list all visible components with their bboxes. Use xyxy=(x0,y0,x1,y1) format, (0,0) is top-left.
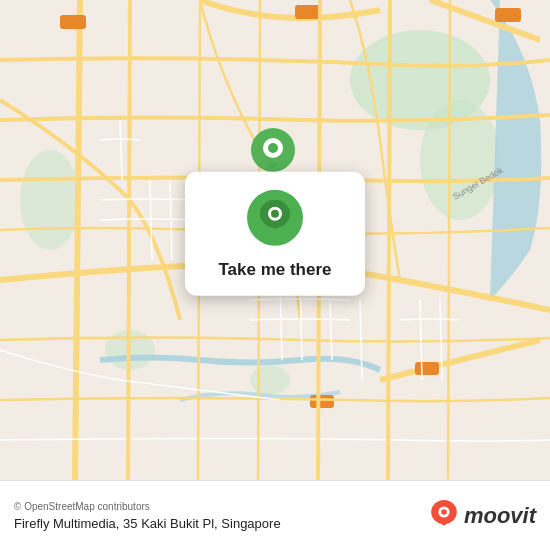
svg-point-29 xyxy=(441,509,447,515)
map-pin-icon xyxy=(260,200,290,236)
location-card: Take me there xyxy=(185,172,365,296)
moovit-pin-icon xyxy=(428,500,460,532)
svg-point-5 xyxy=(250,365,290,395)
svg-point-26 xyxy=(271,210,279,218)
footer-info: © OpenStreetMap contributors Firefly Mul… xyxy=(14,501,281,531)
footer-bar: © OpenStreetMap contributors Firefly Mul… xyxy=(0,480,550,550)
map-attribution: © OpenStreetMap contributors xyxy=(14,501,281,512)
location-icon-circle xyxy=(247,190,303,246)
map-view: CTE KPE TPE PIE PIE ECP ECP xyxy=(0,0,550,480)
svg-text:ECP: ECP xyxy=(418,364,437,374)
moovit-logo: moovit xyxy=(428,500,536,532)
take-me-there-button[interactable]: Take me there xyxy=(218,258,331,282)
svg-point-23 xyxy=(268,143,278,153)
moovit-brand-text: moovit xyxy=(464,503,536,529)
svg-text:TPE: TPE xyxy=(499,11,517,21)
svg-text:CTE: CTE xyxy=(64,18,82,28)
svg-point-3 xyxy=(20,150,80,250)
location-name: Firefly Multimedia, 35 Kaki Bukit Pl, Si… xyxy=(14,516,281,531)
svg-text:KPE: KPE xyxy=(299,8,318,18)
